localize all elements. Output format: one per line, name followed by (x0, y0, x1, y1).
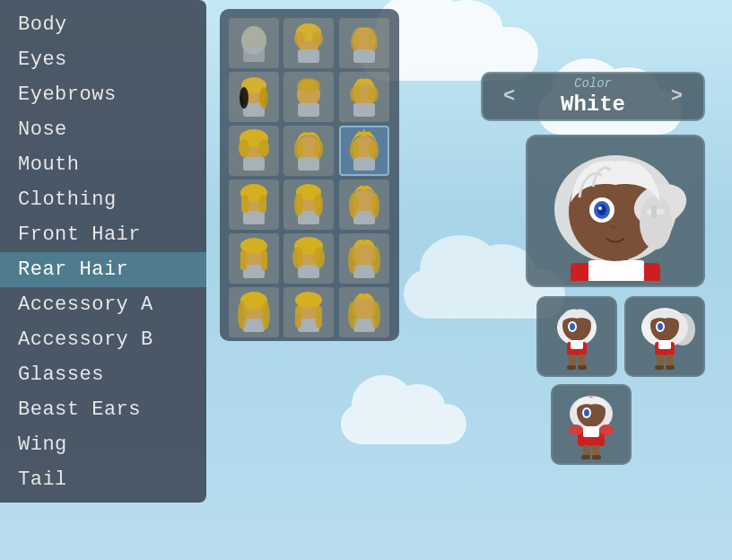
svg-point-48 (349, 193, 358, 218)
hair-option-1[interactable] (229, 18, 279, 68)
sidebar-item-rear-hair[interactable]: Rear Hair (0, 252, 206, 287)
hair-option-12[interactable] (339, 179, 389, 230)
sidebar-item-tail[interactable]: Tail (0, 462, 206, 497)
svg-point-59 (314, 247, 325, 268)
hair-option-8[interactable] (283, 126, 334, 176)
svg-rect-38 (243, 211, 265, 224)
svg-rect-81 (588, 260, 644, 281)
color-label-value: White (561, 92, 625, 117)
hair-option-17[interactable] (283, 287, 334, 337)
character-face-svg (544, 142, 687, 281)
thumb-char-2-svg (633, 301, 696, 372)
svg-point-120 (569, 424, 583, 435)
thumbnail-1[interactable] (536, 296, 617, 377)
svg-point-62 (348, 247, 357, 274)
svg-rect-100 (578, 354, 585, 367)
svg-rect-75 (353, 319, 375, 332)
hair-option-16[interactable] (229, 287, 279, 337)
sidebar-item-accessory-b[interactable]: Accessory B (0, 322, 206, 357)
hair-option-11[interactable] (283, 179, 334, 230)
sidebar-item-wing[interactable]: Wing (0, 427, 206, 462)
svg-rect-73 (316, 306, 322, 328)
svg-point-121 (599, 424, 614, 435)
svg-rect-53 (240, 250, 247, 270)
sidebar-item-nose[interactable]: Nose (0, 112, 206, 147)
sidebar-item-mouth[interactable]: Mouth (0, 147, 206, 182)
hair-option-3[interactable] (339, 18, 389, 68)
svg-rect-109 (658, 340, 671, 349)
svg-rect-57 (298, 265, 319, 278)
svg-point-27 (258, 139, 269, 157)
svg-rect-25 (243, 157, 265, 171)
hair-option-13[interactable] (229, 233, 279, 284)
svg-rect-18 (298, 103, 319, 117)
svg-point-67 (238, 301, 247, 329)
sidebar-item-body[interactable]: Body (0, 7, 206, 42)
svg-rect-8 (353, 49, 375, 63)
hair-option-10[interactable] (229, 179, 279, 230)
svg-point-17 (297, 78, 320, 92)
hair-option-4[interactable] (229, 72, 279, 122)
svg-point-68 (261, 301, 270, 329)
hair-option-6[interactable] (339, 72, 389, 122)
svg-point-26 (239, 139, 249, 157)
svg-point-45 (314, 193, 323, 216)
svg-rect-72 (295, 306, 301, 328)
svg-point-107 (658, 323, 663, 330)
svg-rect-39 (241, 195, 248, 213)
hair-option-5[interactable] (283, 72, 334, 122)
sidebar-item-accessory-a[interactable]: Accessory A (0, 287, 206, 322)
svg-point-89 (622, 204, 632, 216)
svg-point-88 (598, 206, 602, 210)
sidebar-item-front-hair[interactable]: Front Hair (0, 217, 206, 252)
sidebar-item-beast-ears[interactable]: Beast Ears (0, 392, 206, 427)
hair-option-7[interactable] (229, 126, 279, 176)
svg-rect-20 (353, 103, 375, 117)
svg-point-96 (570, 323, 575, 330)
svg-point-63 (371, 247, 380, 274)
svg-rect-40 (259, 195, 266, 213)
svg-rect-1 (243, 48, 265, 62)
svg-point-34 (350, 140, 359, 160)
hair-option-14[interactable] (283, 233, 334, 284)
svg-rect-112 (655, 365, 664, 370)
svg-point-14 (240, 87, 248, 109)
hair-option-9[interactable] (339, 126, 389, 176)
thumbnail-bottom[interactable] (551, 384, 632, 465)
svg-point-44 (294, 193, 303, 216)
hair-option-18[interactable] (339, 287, 389, 337)
svg-rect-61 (353, 265, 375, 278)
svg-rect-125 (592, 455, 601, 459)
cloud-4 (341, 404, 466, 444)
svg-point-21 (350, 86, 361, 102)
svg-rect-101 (567, 365, 576, 370)
color-label-group: Color White (561, 76, 625, 117)
color-arrow-left[interactable]: < (496, 81, 522, 112)
svg-rect-4 (298, 49, 319, 63)
svg-point-77 (371, 302, 380, 328)
svg-point-31 (314, 139, 323, 159)
sidebar-item-eyebrows[interactable]: Eyebrows (0, 77, 206, 112)
svg-rect-110 (657, 354, 664, 367)
color-selector: < Color White > (481, 72, 705, 121)
hair-option-2[interactable] (283, 18, 334, 68)
sidebar-item-glasses[interactable]: Glasses (0, 357, 206, 392)
svg-point-35 (370, 140, 379, 160)
svg-rect-92 (651, 206, 657, 218)
thumbnail-2[interactable] (624, 296, 705, 377)
thumbnail-row (536, 296, 705, 377)
svg-point-70 (295, 292, 322, 308)
svg-rect-54 (261, 250, 267, 270)
svg-rect-102 (578, 365, 587, 370)
svg-point-87 (597, 205, 606, 215)
svg-point-58 (292, 247, 303, 268)
sidebar-item-eyes[interactable]: Eyes (0, 42, 206, 77)
character-preview (526, 135, 705, 287)
svg-rect-111 (666, 354, 673, 367)
thumb-char-bottom-svg (560, 389, 623, 460)
color-arrow-right[interactable]: > (664, 81, 690, 112)
hair-option-15[interactable] (339, 233, 389, 284)
sidebar-item-clothing[interactable]: Clothing (0, 182, 206, 217)
svg-point-22 (368, 86, 379, 102)
svg-point-6 (312, 31, 323, 46)
